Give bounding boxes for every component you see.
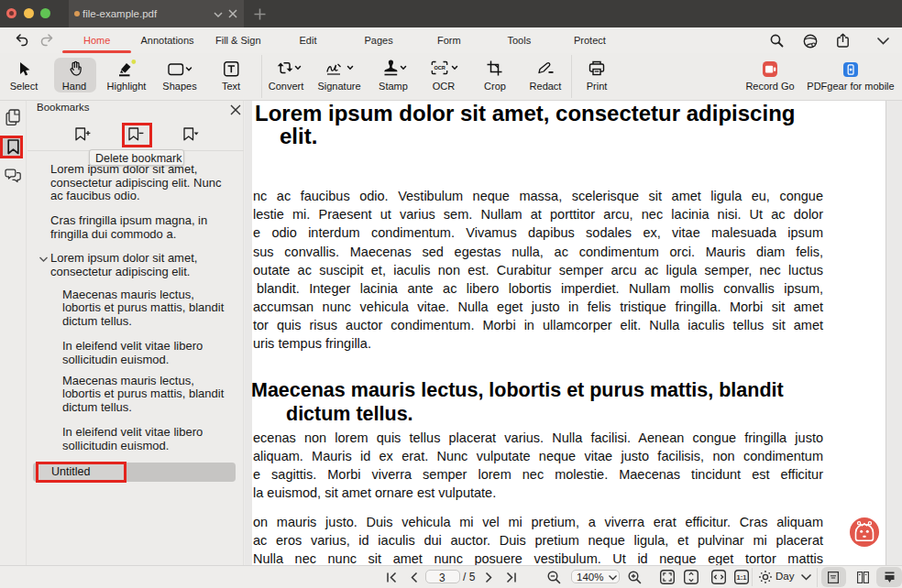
svg-text:1:1: 1:1 (737, 573, 747, 582)
svg-text:OCR: OCR (434, 65, 445, 71)
